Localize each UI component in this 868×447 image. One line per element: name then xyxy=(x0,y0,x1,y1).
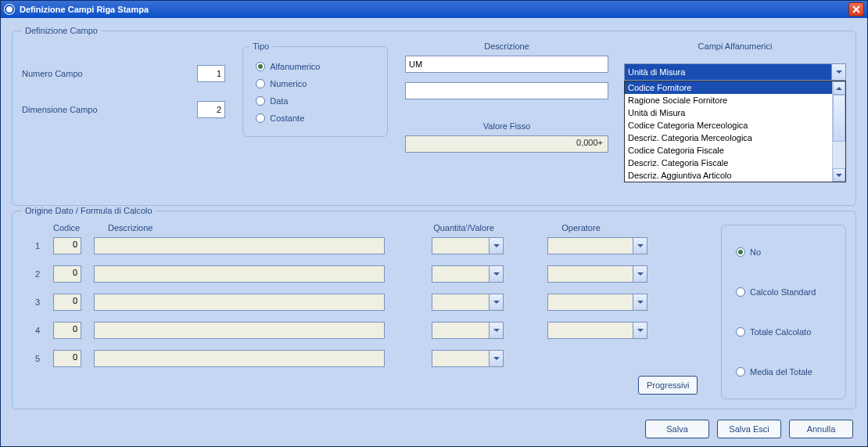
annulla-button[interactable]: Annulla xyxy=(789,420,853,438)
radio-icon xyxy=(256,79,265,88)
operatore-select[interactable] xyxy=(547,237,647,254)
progressivi-button[interactable]: Progressivi xyxy=(638,376,698,395)
chevron-down-icon[interactable] xyxy=(489,266,503,282)
campi-alfanumerici-label: Campi Alfanumerici xyxy=(624,41,846,51)
scroll-track[interactable] xyxy=(833,142,845,168)
operatore-select[interactable] xyxy=(547,265,647,283)
titlebar[interactable]: Definizione Campi Riga Stampa xyxy=(1,1,867,18)
chevron-down-icon[interactable] xyxy=(633,266,647,282)
valore-fisso-label: Valore Fisso xyxy=(405,121,608,131)
scroll-thumb[interactable] xyxy=(833,95,845,142)
combo-option[interactable]: Codice Fornitore xyxy=(625,81,832,94)
descrizione2-input[interactable] xyxy=(405,82,608,99)
valore-fisso-input[interactable]: 0,000+ xyxy=(405,135,608,153)
dimensione-campo-input[interactable] xyxy=(197,101,225,118)
tipo-option-label: Numerico xyxy=(270,79,307,88)
dimensione-campo-label: Dimensione Campo xyxy=(22,105,197,114)
radio-icon xyxy=(256,96,265,106)
combo-option[interactable]: Codice Categoria Merceologica xyxy=(625,119,832,132)
chevron-down-icon[interactable] xyxy=(489,323,503,338)
quantita-valore-select[interactable] xyxy=(432,237,504,254)
window-title: Definizione Campi Riga Stampa xyxy=(20,5,149,14)
calc-mode-totale[interactable]: Totale Calcolato xyxy=(736,327,831,337)
app-icon xyxy=(4,4,15,15)
chevron-down-icon[interactable] xyxy=(633,294,647,310)
col-left: Numero Campo Dimensione Campo xyxy=(22,41,225,137)
descrizione-input[interactable] xyxy=(94,294,385,311)
descrizione-input[interactable] xyxy=(94,322,385,339)
descrizione-input[interactable] xyxy=(94,265,385,283)
scrollbar[interactable] xyxy=(832,81,845,182)
footer-buttons: Salva Salva Esci Annulla xyxy=(645,420,853,438)
chevron-down-icon[interactable] xyxy=(489,294,503,310)
combo-option[interactable]: Descriz. Aggiuntiva Articolo xyxy=(625,169,832,182)
close-button[interactable] xyxy=(848,2,864,16)
definizione-campo-group: Definizione Campo Numero Campo Dimension… xyxy=(12,26,856,206)
quantita-valore-select[interactable] xyxy=(432,350,504,367)
chevron-down-icon[interactable] xyxy=(633,238,647,254)
chevron-down-icon[interactable] xyxy=(633,323,647,338)
calc-mode-label: Media del Totale xyxy=(750,367,812,377)
chevron-down-icon[interactable] xyxy=(489,238,503,254)
salva-esci-button[interactable]: Salva Esci xyxy=(717,420,781,438)
chevron-down-icon[interactable] xyxy=(831,64,845,80)
tipo-data[interactable]: Data xyxy=(256,96,375,106)
radio-icon xyxy=(736,367,745,377)
tipo-option-label: Costante xyxy=(270,114,304,123)
quantita-valore-select[interactable] xyxy=(432,265,504,283)
calc-mode-label: Calcolo Standard xyxy=(750,287,816,297)
combo-option[interactable]: Unità di Misura xyxy=(625,106,832,119)
calc-mode-no[interactable]: No xyxy=(736,247,831,257)
col-descrizione: Descrizione Valore Fisso 0,000+ xyxy=(405,41,608,153)
radio-icon xyxy=(736,247,745,257)
radio-icon xyxy=(256,62,265,71)
client-area: Definizione Campo Numero Campo Dimension… xyxy=(1,18,867,446)
scroll-up-icon[interactable] xyxy=(833,81,845,95)
codice-input[interactable]: 0 xyxy=(53,350,81,367)
operatore-select[interactable] xyxy=(547,322,647,339)
calc-mode-media[interactable]: Media del Totale xyxy=(736,367,831,377)
tipo-legend: Tipo xyxy=(249,41,272,51)
operatore-select[interactable] xyxy=(547,294,647,311)
calc-mode-label: No xyxy=(750,247,761,257)
header-codice: Codice xyxy=(53,223,108,233)
salva-button[interactable]: Salva xyxy=(645,420,709,438)
tipo-costante[interactable]: Costante xyxy=(256,114,375,123)
row-index: 5 xyxy=(22,354,53,363)
calc-mode-label: Totale Calcolato xyxy=(750,327,811,337)
close-icon xyxy=(852,5,860,13)
radio-icon xyxy=(736,287,745,297)
codice-input[interactable]: 0 xyxy=(53,322,81,339)
row-index: 4 xyxy=(22,326,53,335)
combo-dropdown-list: Codice Fornitore Ragione Sociale Fornito… xyxy=(624,81,846,182)
calc-mode-standard[interactable]: Calcolo Standard xyxy=(736,287,831,297)
campi-alfanumerici-combo[interactable]: Unità di Misura Codice Fornitore Ragione… xyxy=(624,63,846,81)
quantita-valore-select[interactable] xyxy=(432,322,504,339)
numero-campo-input[interactable] xyxy=(197,65,225,82)
combo-option[interactable]: Descriz. Categoria Merceologica xyxy=(625,132,832,144)
definizione-campo-legend: Definizione Campo xyxy=(22,26,101,35)
row-index: 3 xyxy=(22,297,53,307)
calc-mode-group: No Calcolo Standard Totale Calcolato Med… xyxy=(721,225,846,399)
quantita-valore-select[interactable] xyxy=(432,294,504,311)
combo-selected: Unità di Misura xyxy=(625,64,831,80)
valore-fisso-value: 0,000+ xyxy=(576,138,603,147)
descrizione-label: Descrizione xyxy=(405,41,608,51)
scroll-down-icon[interactable] xyxy=(833,168,845,182)
descrizione-input[interactable] xyxy=(94,350,385,367)
numero-campo-label: Numero Campo xyxy=(22,69,197,78)
window: Definizione Campi Riga Stampa Definizion… xyxy=(0,0,868,447)
codice-input[interactable]: 0 xyxy=(53,265,81,283)
tipo-alfanumerico[interactable]: Alfanumerico xyxy=(256,62,375,71)
origine-legend: Origine Dato / Formula di Calcolo xyxy=(22,206,156,215)
tipo-numerico[interactable]: Numerico xyxy=(256,79,375,88)
descrizione-input[interactable] xyxy=(94,237,385,254)
combo-option[interactable]: Codice Categoria Fiscale xyxy=(625,144,832,157)
codice-input[interactable]: 0 xyxy=(53,237,81,254)
combo-option[interactable]: Descriz. Categoria Fiscale xyxy=(625,157,832,169)
combo-option[interactable]: Ragione Sociale Fornitore xyxy=(625,94,832,106)
codice-input[interactable]: 0 xyxy=(53,294,81,311)
row-index: 2 xyxy=(22,269,53,279)
chevron-down-icon[interactable] xyxy=(489,351,503,366)
descrizione-input[interactable] xyxy=(405,56,608,73)
